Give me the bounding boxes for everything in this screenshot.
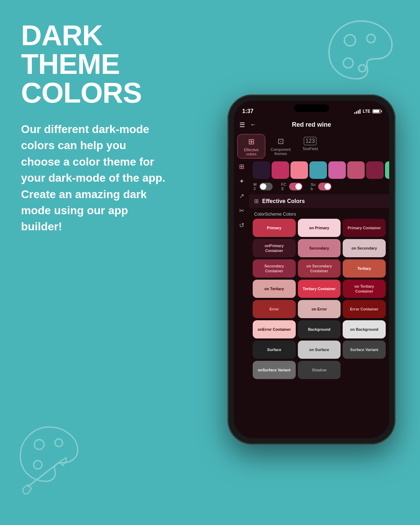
sidebar-sun-icon[interactable]: ✦ xyxy=(239,177,244,185)
sidebar-expand-icon[interactable]: ↗ xyxy=(239,192,244,200)
description-text: Our different dark-mode colors can help … xyxy=(21,121,168,235)
app-header: ☰ ← Red red wine xyxy=(234,118,389,132)
back-icon[interactable]: ← xyxy=(250,121,256,128)
color-chip-shadow[interactable]: Shadow xyxy=(298,361,341,379)
section-header: ⊞ Effective Colors xyxy=(249,194,389,208)
color-chip-on-primary[interactable]: on Primary xyxy=(298,219,341,237)
tab-textfield[interactable]: 123 TextField xyxy=(296,134,324,159)
color-grid: Primaryon PrimaryPrimary ContaineronPrim… xyxy=(249,219,389,383)
phone-volume-up-button xyxy=(227,168,228,192)
color-chip-tertiary[interactable]: Tertiary xyxy=(343,259,386,278)
main-title: DARK THEME COLORS xyxy=(21,21,168,107)
toggle-m3-label: M3 xyxy=(253,182,257,191)
phone-mockup: 1:37 LTE xyxy=(227,94,402,462)
color-chip-on-error-container[interactable]: onError Container xyxy=(253,320,296,338)
sidebar-pin-icon[interactable]: ✂ xyxy=(239,207,244,215)
toggle-fcs-group: FCS xyxy=(281,182,302,191)
swatch-4[interactable] xyxy=(309,161,327,179)
svg-point-3 xyxy=(359,65,366,72)
svg-point-1 xyxy=(367,34,375,43)
main-content-area: M3 FCS xyxy=(249,159,389,438)
color-chip-on-tertiary[interactable]: on Tertiary xyxy=(253,280,296,298)
swatch-1[interactable] xyxy=(253,161,270,179)
swatch-8[interactable] xyxy=(385,161,389,179)
swatch-2[interactable] xyxy=(272,161,289,179)
toggle-sub-group: Sub xyxy=(311,182,331,191)
color-chip-on-surface-variant[interactable]: onSurface Variant xyxy=(253,361,296,379)
phone-screen: 1:37 LTE xyxy=(234,101,389,438)
dynamic-island xyxy=(294,104,329,112)
svg-point-6 xyxy=(34,461,42,469)
palette-decoration-top-right xyxy=(322,14,399,84)
toggle-m3[interactable] xyxy=(259,183,273,190)
svg-point-2 xyxy=(343,58,353,68)
swatches-row xyxy=(249,159,389,180)
tab-component-themes-label: Componentthemes xyxy=(271,147,291,156)
toggle-fcs[interactable] xyxy=(289,183,302,190)
color-chip-on-secondary[interactable]: on Secondary xyxy=(343,239,386,257)
status-icons: LTE xyxy=(354,109,381,114)
color-chip-on-error[interactable]: on Error xyxy=(298,300,341,318)
sidebar-refresh-icon[interactable]: ↺ xyxy=(239,222,244,229)
toggle-sub[interactable] xyxy=(318,183,331,190)
sidebar: ⊞ ✦ ↗ ✂ ↺ xyxy=(234,159,249,438)
section-header-title: Effective Colors xyxy=(262,198,305,204)
color-chip-tertiary-container[interactable]: Tertiary Container xyxy=(298,280,341,298)
color-chip-on-tertiary-container[interactable]: on Tertiary Container xyxy=(343,280,386,298)
phone-volume-down-button xyxy=(227,200,228,224)
color-chip-background[interactable]: Background xyxy=(298,320,341,338)
battery-icon xyxy=(372,109,381,113)
swatch-3[interactable] xyxy=(290,161,308,179)
status-time: 1:37 xyxy=(242,108,253,114)
color-chip-on-primary-container[interactable]: onPrimary Container xyxy=(253,239,296,257)
svg-point-4 xyxy=(34,440,44,449)
background: DARK THEME COLORS Our different dark-mod… xyxy=(0,0,420,525)
swatch-6[interactable] xyxy=(347,161,365,179)
color-chip-secondary-container[interactable]: Secondary Container xyxy=(253,259,296,278)
color-chip-surface-variant[interactable]: Surface Variant xyxy=(343,341,386,359)
color-chip-on-secondary-container[interactable]: on Secondary Container xyxy=(298,259,341,278)
toggle-m3-group: M3 xyxy=(253,182,273,191)
toggle-row: M3 FCS xyxy=(249,180,389,194)
svg-point-0 xyxy=(344,35,356,46)
sidebar-grid-icon[interactable]: ⊞ xyxy=(239,163,244,170)
svg-point-5 xyxy=(55,439,63,447)
palette-decoration-bottom-left xyxy=(14,420,84,497)
tab-textfield-label: TextField xyxy=(302,147,318,151)
color-chip-secondary[interactable]: Secondary xyxy=(298,239,341,257)
color-chip-on-background[interactable]: on Background xyxy=(343,320,386,338)
color-chip-error-container[interactable]: Error Container xyxy=(343,300,386,318)
phone-mute-button xyxy=(227,147,228,161)
tab-effective-colors-label: Effectivecolors xyxy=(244,148,259,156)
lte-label: LTE xyxy=(363,109,370,114)
left-content: DARK THEME COLORS Our different dark-mod… xyxy=(21,21,168,235)
swatch-5[interactable] xyxy=(328,161,346,179)
toggle-sub-label: Sub xyxy=(311,182,315,191)
color-chip-surface[interactable]: Surface xyxy=(253,341,296,359)
toggle-fcs-label: FCS xyxy=(281,182,286,191)
header-nav-icons: ☰ ← xyxy=(239,121,256,129)
color-chip-primary[interactable]: Primary xyxy=(253,219,296,237)
color-scheme-title: ColorScheme Colors xyxy=(249,208,389,219)
tab-bar: ⊞ Effectivecolors ⊡ Componentthemes 123 … xyxy=(234,132,389,159)
tab-component-themes[interactable]: ⊡ Componentthemes xyxy=(267,134,295,159)
tab-effective-colors[interactable]: ⊞ Effectivecolors xyxy=(237,134,265,159)
signal-icon xyxy=(354,109,360,114)
color-chip-on-surface[interactable]: on Surface xyxy=(298,341,341,359)
tab-component-themes-icon: ⊡ xyxy=(278,137,284,146)
tab-effective-colors-icon: ⊞ xyxy=(248,137,254,146)
phone-power-button xyxy=(395,164,396,192)
color-chip-error[interactable]: Error xyxy=(253,300,296,318)
section-grid-icon: ⊞ xyxy=(254,198,259,204)
swatch-7[interactable] xyxy=(366,161,384,179)
status-bar: 1:37 LTE xyxy=(234,101,389,118)
menu-icon[interactable]: ☰ xyxy=(239,121,245,129)
app-body: ⊞ ✦ ↗ ✂ ↺ xyxy=(234,159,389,438)
color-chip-primary-container[interactable]: Primary Container xyxy=(343,219,386,237)
phone-outer: 1:37 LTE xyxy=(227,94,396,444)
tab-textfield-icon: 123 xyxy=(304,137,317,145)
header-title: Red red wine xyxy=(292,121,331,128)
